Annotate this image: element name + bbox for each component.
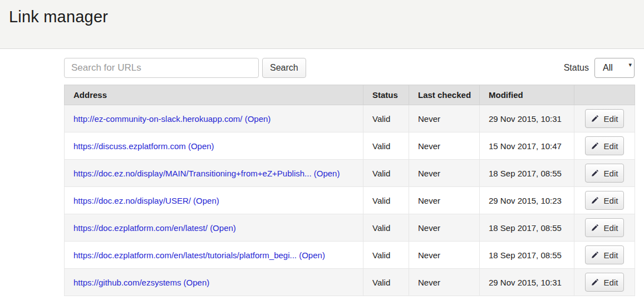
status-cell: Valid [363, 105, 409, 132]
last-checked-cell: Never [409, 269, 480, 296]
address-link[interactable]: https://discuss.ezplatform.com [73, 141, 186, 151]
address-cell: https://doc.ezplatform.com/en/latest/ (O… [65, 214, 363, 242]
last-checked-cell: Never [409, 105, 480, 132]
actions-cell: Edit [574, 214, 635, 242]
open-link[interactable]: (Open) [193, 196, 219, 205]
open-link[interactable]: (Open) [188, 141, 214, 151]
edit-button-label: Edit [604, 250, 618, 260]
search-button[interactable]: Search [262, 58, 306, 78]
open-link[interactable]: (Open) [314, 169, 340, 178]
address-link[interactable]: https://doc.ez.no/display/USER/ [73, 196, 191, 205]
toolbar: Search Status All ▾ [64, 58, 635, 78]
actions-cell: Edit [574, 269, 635, 296]
status-select[interactable]: All ▾ [594, 58, 635, 78]
pencil-icon [591, 169, 599, 177]
address-cell: https://doc.ez.no/display/MAIN/Transitio… [65, 160, 363, 187]
pencil-icon [591, 251, 599, 259]
address-link[interactable]: http://ez-community-on-slack.herokuapp.c… [73, 114, 242, 124]
main-content: Search Status All ▾ Address Status Last … [64, 58, 635, 296]
actions-cell: Edit [574, 132, 635, 160]
actions-cell: Edit [574, 187, 635, 214]
table-row: https://doc.ez.no/display/USER/ (Open) V… [65, 187, 635, 214]
pencil-icon [591, 115, 599, 122]
table-header: Address Status Last checked Modified [65, 85, 635, 105]
modified-cell: 18 Sep 2017, 08:55 [480, 242, 574, 269]
address-cell: https://github.com/ezsystems (Open) [65, 269, 363, 296]
pencil-icon [591, 278, 599, 286]
modified-cell: 18 Sep 2017, 08:55 [480, 160, 574, 187]
column-header-modified: Modified [480, 85, 574, 105]
table-body: http://ez-community-on-slack.herokuapp.c… [65, 105, 635, 296]
modified-cell: 29 Nov 2015, 10:31 [480, 105, 574, 132]
status-cell: Valid [363, 242, 409, 269]
edit-button[interactable]: Edit [585, 164, 624, 183]
address-cell: https://discuss.ezplatform.com (Open) [65, 132, 363, 160]
status-cell: Valid [363, 132, 409, 160]
table-row: https://doc.ez.no/display/MAIN/Transitio… [65, 160, 635, 187]
links-table: Address Status Last checked Modified htt… [64, 85, 635, 296]
address-cell: https://doc.ezplatform.com/en/latest/tut… [65, 242, 363, 269]
search-input[interactable] [64, 58, 259, 78]
top-header-bar: Link manager [0, 0, 644, 49]
last-checked-cell: Never [409, 187, 480, 214]
edit-button-label: Edit [604, 196, 618, 205]
column-header-last-checked: Last checked [409, 85, 480, 105]
edit-button-label: Edit [604, 114, 618, 124]
edit-button[interactable]: Edit [585, 273, 624, 292]
status-filter-label: Status [564, 63, 589, 73]
edit-button[interactable]: Edit [585, 109, 624, 128]
table-row: http://ez-community-on-slack.herokuapp.c… [65, 105, 635, 132]
status-filter-group: Status All ▾ [564, 58, 635, 78]
actions-cell: Edit [574, 160, 635, 187]
edit-button-label: Edit [604, 223, 618, 233]
address-cell: http://ez-community-on-slack.herokuapp.c… [65, 105, 363, 132]
column-header-address: Address [65, 85, 363, 105]
edit-button-label: Edit [604, 141, 618, 151]
open-link[interactable]: (Open) [299, 250, 325, 260]
edit-button[interactable]: Edit [585, 245, 624, 264]
open-link[interactable]: (Open) [184, 278, 210, 287]
table-row: https://doc.ezplatform.com/en/latest/tut… [65, 242, 635, 269]
pencil-icon [591, 224, 599, 232]
edit-button-label: Edit [604, 278, 618, 287]
modified-cell: 29 Nov 2015, 10:23 [480, 187, 574, 214]
caret-down-icon: ▾ [628, 62, 632, 68]
modified-cell: 18 Sep 2017, 08:55 [480, 214, 574, 242]
address-link[interactable]: https://doc.ezplatform.com/en/latest/tut… [73, 250, 297, 260]
actions-cell: Edit [574, 105, 635, 132]
open-link[interactable]: (Open) [245, 114, 271, 124]
status-cell: Valid [363, 160, 409, 187]
address-cell: https://doc.ez.no/display/USER/ (Open) [65, 187, 363, 214]
column-header-status: Status [363, 85, 409, 105]
page-title: Link manager [0, 0, 644, 26]
actions-cell: Edit [574, 242, 635, 269]
edit-button[interactable]: Edit [585, 191, 624, 210]
edit-button[interactable]: Edit [585, 136, 624, 155]
table-row: https://github.com/ezsystems (Open) Vali… [65, 269, 635, 296]
pencil-icon [591, 142, 599, 150]
last-checked-cell: Never [409, 214, 480, 242]
last-checked-cell: Never [409, 242, 480, 269]
search-group: Search [64, 58, 306, 78]
modified-cell: 29 Nov 2015, 10:31 [480, 269, 574, 296]
open-link[interactable]: (Open) [210, 223, 236, 233]
pencil-icon [591, 196, 599, 204]
column-header-actions [574, 85, 635, 105]
table-row: https://doc.ezplatform.com/en/latest/ (O… [65, 214, 635, 242]
table-row: https://discuss.ezplatform.com (Open) Va… [65, 132, 635, 160]
modified-cell: 15 Nov 2017, 10:47 [480, 132, 574, 160]
last-checked-cell: Never [409, 160, 480, 187]
edit-button[interactable]: Edit [585, 218, 624, 237]
address-link[interactable]: https://github.com/ezsystems [73, 278, 181, 287]
status-cell: Valid [363, 214, 409, 242]
address-link[interactable]: https://doc.ez.no/display/MAIN/Transitio… [73, 169, 312, 178]
edit-button-label: Edit [604, 169, 618, 178]
last-checked-cell: Never [409, 132, 480, 160]
status-cell: Valid [363, 269, 409, 296]
address-link[interactable]: https://doc.ezplatform.com/en/latest/ [73, 223, 208, 233]
status-select-value: All [595, 63, 613, 73]
status-cell: Valid [363, 187, 409, 214]
